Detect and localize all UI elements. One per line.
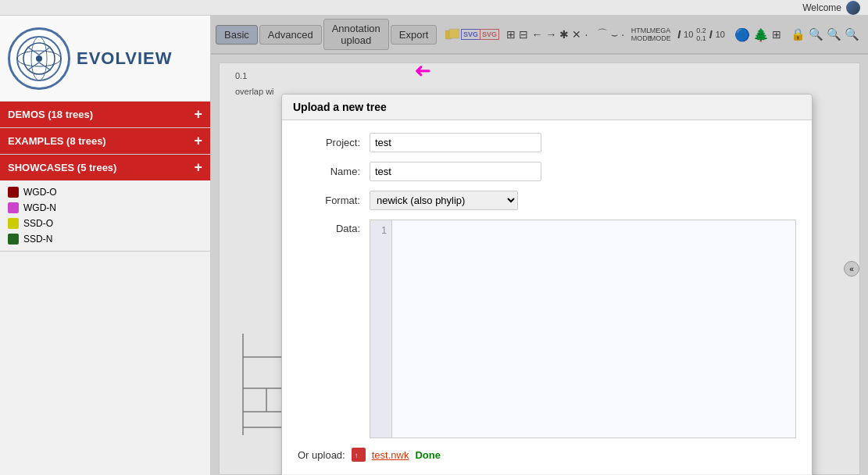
format-select[interactable]: newick (also phylip) nexus phyloxml [370,191,518,210]
data-area: 1 [370,220,796,438]
item-label: SSD-O [23,218,53,229]
pointer-arrow: ➜ [414,59,431,83]
demos-add-btn[interactable]: + [194,106,202,123]
item-label: WGD-N [23,202,56,213]
color-swatch [8,202,19,213]
examples-add-btn[interactable]: + [194,133,202,149]
logo-area: EVOLVIEW [0,16,210,102]
done-label: Done [415,449,441,461]
dialog-overlay: Upload a new tree Project: Name: Forma [211,16,868,475]
demos-label: DEMOS (18 trees) [8,109,93,120]
examples-label: EXAMPLES (8 trees) [8,135,106,147]
data-textarea[interactable] [391,220,796,438]
color-swatch [8,187,19,198]
logo-text: EVOLVIEW [77,48,173,69]
showcases-label: SHOWCASES (5 trees) [8,162,116,173]
sidebar: EVOLVIEW DEMOS (18 trees) + EXAMPLES (8 … [0,16,211,475]
color-swatch [8,218,19,229]
demos-header[interactable]: DEMOS (18 trees) + [0,102,210,127]
or-upload-label: Or upload: [298,449,345,461]
data-label: Data: [298,220,360,234]
content-area: Basic Advanced Annotation upload Export … [211,16,868,475]
line-numbers: 1 [370,220,391,438]
topbar: Welcome [0,0,868,16]
svg-text:↑: ↑ [355,452,359,459]
tree-group-demos[interactable]: DEMOS (18 trees) + [0,102,210,128]
name-row: Name: [298,162,796,181]
format-label: Format: [298,195,360,206]
name-input[interactable] [370,162,541,181]
list-item[interactable]: SSD-N [8,231,202,247]
project-input[interactable] [370,133,541,152]
welcome-label: Welcome [802,2,841,13]
tree-group-examples[interactable]: EXAMPLES (8 trees) + [0,128,210,155]
upload-row: Or upload: ↑ test.nwk Done [298,448,796,462]
list-item[interactable]: WGD-O [8,184,202,200]
item-label: WGD-O [23,187,57,198]
data-row: Data: 1 [298,220,796,438]
dialog-body: Project: Name: Format: newick (also phyl… [282,120,812,474]
project-row: Project: [298,133,796,152]
upload-dialog: Upload a new tree Project: Name: Forma [281,94,813,475]
list-item[interactable]: SSD-O [8,216,202,231]
name-label: Name: [298,166,360,177]
list-item[interactable]: WGD-N [8,200,202,216]
logo-icon [8,27,70,90]
main-container: EVOLVIEW DEMOS (18 trees) + EXAMPLES (8 … [0,16,868,475]
user-avatar [846,1,860,15]
showcases-header[interactable]: SHOWCASES (5 trees) + [0,155,210,180]
tree-group-showcases[interactable]: SHOWCASES (5 trees) + WGD-O WGD-N SSD-O [0,155,210,252]
project-label: Project: [298,137,360,148]
showcases-items: WGD-O WGD-N SSD-O SSD-N [0,180,210,251]
upload-filename[interactable]: test.nwk [372,449,409,461]
color-swatch [8,234,19,245]
dialog-title: Upload a new tree [282,95,812,120]
examples-header[interactable]: EXAMPLES (8 trees) + [0,128,210,154]
format-row: Format: newick (also phylip) nexus phylo… [298,191,796,210]
showcases-add-btn[interactable]: + [194,159,202,176]
item-label: SSD-N [23,234,52,245]
svg-point-4 [36,55,42,62]
upload-file-btn[interactable]: ↑ [352,448,366,462]
